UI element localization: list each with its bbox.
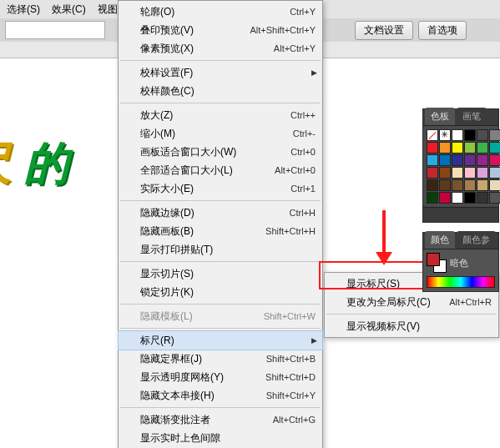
swatch[interactable]: [477, 192, 488, 204]
menu-item[interactable]: 像素预览(X)Alt+Ctrl+Y: [119, 39, 322, 58]
tab-brushes[interactable]: 画笔: [457, 108, 487, 125]
swatch[interactable]: [452, 154, 463, 166]
swatch[interactable]: [477, 129, 488, 141]
menu-item[interactable]: 隐藏画板(B)Shift+Ctrl+H: [119, 222, 322, 240]
swatch[interactable]: [452, 129, 463, 141]
menu-item[interactable]: 全部适合窗口大小(L)Alt+Ctrl+0: [119, 161, 322, 179]
menu-separator: [120, 328, 321, 329]
swatch[interactable]: [427, 129, 438, 141]
menu-select[interactable]: 选择(S): [2, 1, 45, 18]
swatch[interactable]: [439, 167, 451, 179]
menu-item-label: 叠印预览(V): [140, 23, 250, 38]
menu-item-shortcut: Ctrl+1: [290, 184, 316, 194]
menu-item[interactable]: 轮廓(O)Ctrl+Y: [119, 3, 322, 21]
swatch[interactable]: [489, 154, 500, 166]
menu-item[interactable]: 显示透明度网格(Y)Shift+Ctrl+D: [119, 368, 322, 386]
swatch[interactable]: [464, 179, 476, 191]
tab-swatches[interactable]: 色板: [425, 108, 455, 125]
tab-color[interactable]: 颜色: [425, 231, 455, 249]
menu-item[interactable]: 校样设置(F)▶: [119, 63, 322, 82]
swatch[interactable]: [439, 154, 451, 166]
swatch[interactable]: [427, 179, 438, 191]
swatch[interactable]: [489, 129, 500, 141]
menu-item[interactable]: 标尺(R)▶: [119, 331, 322, 350]
menu-item-shortcut: Ctrl+H: [290, 208, 316, 218]
menu-item[interactable]: 显示切片(S): [119, 264, 322, 283]
menu-item-shortcut: Shift+Ctrl+H: [265, 226, 316, 236]
swatch[interactable]: [464, 167, 476, 179]
menu-item-label: 隐藏画板(B): [140, 224, 265, 239]
swatch[interactable]: [452, 167, 463, 179]
menu-item[interactable]: 锁定切片(K): [119, 283, 322, 301]
swatch[interactable]: [427, 142, 438, 154]
swatch[interactable]: [439, 142, 451, 154]
menu-item[interactable]: 显示打印拼贴(T): [119, 240, 322, 259]
menu-effect[interactable]: 效果(C): [47, 1, 91, 18]
submenu-item[interactable]: 更改为全局标尺(C)Alt+Ctrl+R: [325, 293, 498, 311]
menu-item[interactable]: 隐藏边缘(D)Ctrl+H: [119, 204, 322, 222]
menu-item-shortcut: Ctrl++: [290, 110, 316, 120]
menu-item-label: 校样颜色(C): [140, 84, 316, 98]
menu-item-label: 标尺(R): [140, 334, 316, 348]
swatch[interactable]: [477, 167, 488, 179]
menu-item-shortcut: Alt+Ctrl+Y: [274, 43, 316, 53]
swatches-panel-tabs: 色板 画笔: [423, 109, 498, 126]
submenu-arrow-icon: ▶: [311, 68, 317, 77]
menu-item[interactable]: 实际大小(E)Ctrl+1: [119, 179, 322, 198]
swatch[interactable]: [439, 179, 451, 191]
prefs-button[interactable]: 首选项: [418, 21, 467, 40]
fg-bg-swatch[interactable]: [427, 253, 447, 273]
menu-item-label: 隐藏边缘(D): [140, 206, 290, 220]
swatch[interactable]: [489, 192, 500, 204]
color-spectrum[interactable]: [427, 276, 495, 288]
swatch[interactable]: [489, 142, 500, 154]
color-panel[interactable]: 颜色 颜色参 暗色: [422, 232, 499, 292]
swatch[interactable]: [439, 129, 451, 141]
canvas-area: 尺 的: [0, 58, 117, 448]
menu-item-shortcut: Alt+Ctrl+G: [273, 415, 316, 425]
swatch[interactable]: [489, 167, 500, 179]
menu-item[interactable]: 叠印预览(V)Alt+Shift+Ctrl+Y: [119, 21, 322, 39]
menu-item[interactable]: 缩小(M)Ctrl+-: [119, 124, 322, 143]
swatch[interactable]: [427, 154, 438, 166]
swatch[interactable]: [464, 154, 476, 166]
swatch[interactable]: [452, 142, 463, 154]
menu-item[interactable]: 显示实时上色间隙: [119, 429, 322, 447]
color-panel-tabs: 颜色 颜色参: [423, 233, 498, 249]
tab-color-guide[interactable]: 颜色参: [457, 231, 496, 249]
menu-item-shortcut: Ctrl+0: [290, 147, 316, 157]
swatch[interactable]: [452, 192, 463, 204]
stroke-weight-field[interactable]: [5, 21, 105, 39]
menu-separator: [326, 314, 497, 315]
swatch[interactable]: [452, 179, 463, 191]
swatch[interactable]: [477, 154, 488, 166]
menu-item[interactable]: 隐藏渐变批注者Alt+Ctrl+G: [119, 410, 322, 429]
menu-item-label: 校样设置(F): [140, 66, 316, 80]
doc-setup-button[interactable]: 文档设置: [355, 21, 413, 40]
menu-item-shortcut: Alt+Ctrl+0: [275, 165, 316, 175]
annotation-arrow: [376, 210, 392, 269]
menu-item[interactable]: 隐藏定界框(J)Shift+Ctrl+B: [119, 350, 322, 368]
menu-item-label: 锁定切片(K): [140, 285, 316, 300]
swatch[interactable]: [464, 142, 476, 154]
swatches-panel[interactable]: 色板 画笔: [422, 108, 499, 223]
menu-item-label: 画板适合窗口大小(W): [140, 145, 290, 159]
swatch[interactable]: [477, 142, 488, 154]
menu-item[interactable]: 放大(Z)Ctrl++: [119, 106, 322, 124]
submenu-item[interactable]: 显示视频标尺(V): [325, 317, 498, 335]
menu-item-label: 隐藏文本串接(H): [140, 389, 266, 403]
menu-item-label: 实际大小(E): [140, 182, 290, 196]
swatch[interactable]: [477, 179, 488, 191]
swatch[interactable]: [427, 192, 438, 204]
artwork-char-2: 的: [24, 138, 69, 188]
swatch[interactable]: [464, 192, 476, 204]
menu-item[interactable]: 校样颜色(C): [119, 82, 322, 100]
menu-item-label: 隐藏模板(L): [140, 310, 264, 324]
swatch[interactable]: [464, 129, 476, 141]
menu-item[interactable]: 隐藏文本串接(H)Shift+Ctrl+Y: [119, 386, 322, 405]
color-panel-body: 暗色: [423, 249, 498, 276]
swatch[interactable]: [427, 167, 438, 179]
swatch[interactable]: [439, 192, 451, 204]
swatch[interactable]: [489, 179, 500, 191]
menu-item[interactable]: 画板适合窗口大小(W)Ctrl+0: [119, 143, 322, 161]
